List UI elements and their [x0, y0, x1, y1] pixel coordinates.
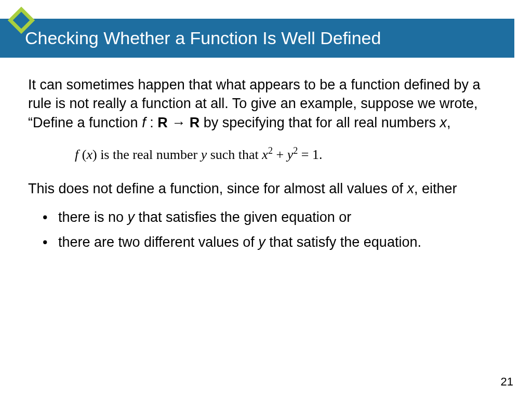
bullet-item-1: there is no y that satisfies the given e… — [43, 208, 504, 227]
variable-y: y — [287, 147, 294, 162]
equals-one: = 1. — [298, 147, 322, 162]
variable-x: x — [407, 181, 414, 196]
text: that satisfies the given equation or — [135, 209, 351, 225]
set-R: R — [157, 115, 168, 130]
text: there is no — [58, 209, 128, 225]
plus: + — [273, 147, 287, 162]
exponent: 2 — [268, 146, 273, 156]
diamond-icon — [6, 5, 36, 35]
variable-x: x — [86, 147, 92, 162]
text: This does not define a function, since f… — [28, 181, 407, 196]
bullet-item-2: there are two different values of y that… — [43, 233, 504, 251]
variable-y: y — [201, 147, 207, 162]
text: there are two different values of — [58, 234, 258, 250]
arrow: → — [168, 115, 190, 130]
paragraph-2: This does not define a function, since f… — [28, 179, 504, 198]
variable-x: x — [262, 147, 268, 162]
function-f: f — [75, 147, 82, 162]
slide-title: Checking Whether a Function Is Well Defi… — [25, 28, 381, 48]
set-R: R — [190, 115, 200, 130]
bullet-list: there is no y that satisfies the given e… — [28, 208, 504, 252]
text: , either — [414, 181, 457, 196]
slide-title-bar: Checking Whether a Function Is Well Defi… — [0, 19, 514, 58]
paren: ) — [92, 147, 97, 162]
text: , — [447, 115, 451, 130]
variable-x: x — [440, 115, 447, 130]
variable-y: y — [128, 209, 135, 225]
svg-rect-0 — [10, 9, 32, 31]
text: that satisfy the equation. — [265, 234, 421, 250]
exponent: 2 — [293, 146, 298, 156]
variable-f: f — [142, 115, 146, 130]
text: by specifying that for all real numbers — [200, 115, 440, 130]
text: : — [146, 115, 158, 130]
text: such that — [207, 147, 262, 162]
text: is the real number — [97, 147, 201, 162]
slide-content: It can sometimes happen that what appear… — [0, 58, 532, 252]
paragraph-1: It can sometimes happen that what appear… — [28, 75, 504, 132]
equation: f (x) is the real number y such that x2 … — [28, 145, 504, 164]
variable-y: y — [258, 234, 265, 250]
page-number: 21 — [501, 375, 513, 389]
